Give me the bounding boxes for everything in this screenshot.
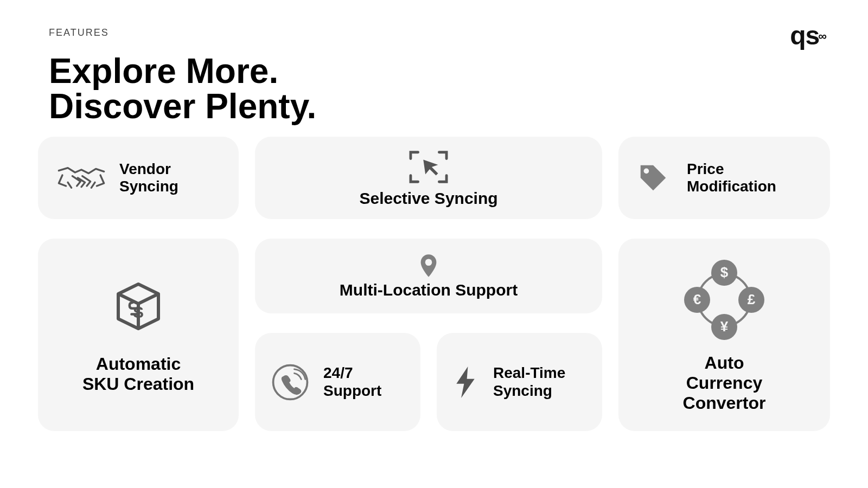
headline-line2: Discover Plenty. bbox=[49, 87, 316, 126]
feature-card-vendor-syncing: Vendor Syncing bbox=[38, 137, 239, 219]
title-line: Currency bbox=[686, 373, 763, 393]
svg-text:¥: ¥ bbox=[720, 318, 729, 335]
logo-text: qs bbox=[790, 21, 819, 50]
title-line: SKU Creation bbox=[82, 374, 194, 394]
feature-title: 24/7 Support bbox=[323, 364, 381, 399]
headline-line1: Explore More. bbox=[49, 52, 278, 91]
feature-card-automatic-sku-creation: S Automatic SKU Creation bbox=[38, 239, 239, 431]
feature-title: Selective Syncing bbox=[359, 189, 497, 208]
currency-cycle-icon: $ £ ¥ € bbox=[681, 256, 768, 343]
title-line: Auto bbox=[705, 353, 744, 373]
feature-title: Automatic SKU Creation bbox=[82, 354, 194, 394]
price-tag-icon bbox=[635, 159, 672, 196]
title-line: Vendor bbox=[119, 160, 171, 177]
svg-point-2 bbox=[425, 259, 432, 266]
title-line: Convertor bbox=[683, 393, 766, 413]
features-eyebrow: FEATURES bbox=[49, 27, 830, 38]
feature-title: Vendor Syncing bbox=[119, 160, 178, 195]
title-line: Support bbox=[323, 382, 381, 399]
map-pin-icon bbox=[418, 253, 439, 279]
svg-text:$: $ bbox=[720, 264, 729, 280]
title-line: Syncing bbox=[119, 178, 178, 195]
sku-box-icon: S bbox=[108, 275, 168, 335]
svg-text:€: € bbox=[693, 291, 701, 307]
svg-point-3 bbox=[273, 365, 308, 399]
title-line: Modification bbox=[687, 178, 776, 195]
features-grid: Vendor Syncing Selective Syncing bbox=[38, 137, 830, 458]
lightning-icon bbox=[451, 363, 480, 401]
title-line: Real-Time bbox=[493, 364, 565, 381]
feature-card-247-support: 24/7 Support bbox=[255, 333, 420, 431]
svg-text:S: S bbox=[133, 303, 144, 321]
title-line: 24/7 bbox=[323, 364, 353, 381]
feature-card-price-modification: Price Modification bbox=[618, 137, 830, 219]
title-line: Automatic bbox=[96, 354, 181, 374]
title-line: Syncing bbox=[493, 382, 552, 399]
feature-title: Auto Currency Convertor bbox=[683, 353, 766, 413]
feature-card-real-time-syncing: Real-Time Syncing bbox=[437, 333, 602, 431]
cursor-focus-icon bbox=[407, 148, 450, 186]
feature-card-auto-currency-convertor: $ £ ¥ € Auto Currency Convertor bbox=[618, 239, 830, 431]
feature-title: Real-Time Syncing bbox=[493, 364, 565, 399]
feature-card-multi-location-support: Multi-Location Support bbox=[255, 239, 602, 313]
phone-ring-icon bbox=[269, 361, 311, 403]
handshake-icon bbox=[54, 159, 108, 197]
svg-point-0 bbox=[644, 169, 649, 174]
svg-text:£: £ bbox=[748, 291, 756, 307]
feature-title: Price Modification bbox=[687, 160, 776, 195]
brand-logo: qs∞ bbox=[790, 21, 826, 50]
title-line: Price bbox=[687, 160, 724, 177]
page-headline: Explore More. Discover Plenty. bbox=[49, 54, 830, 125]
logo-infinity-mark: ∞ bbox=[818, 29, 826, 43]
feature-title: Multi-Location Support bbox=[340, 281, 518, 299]
feature-card-selective-syncing: Selective Syncing bbox=[255, 137, 602, 219]
